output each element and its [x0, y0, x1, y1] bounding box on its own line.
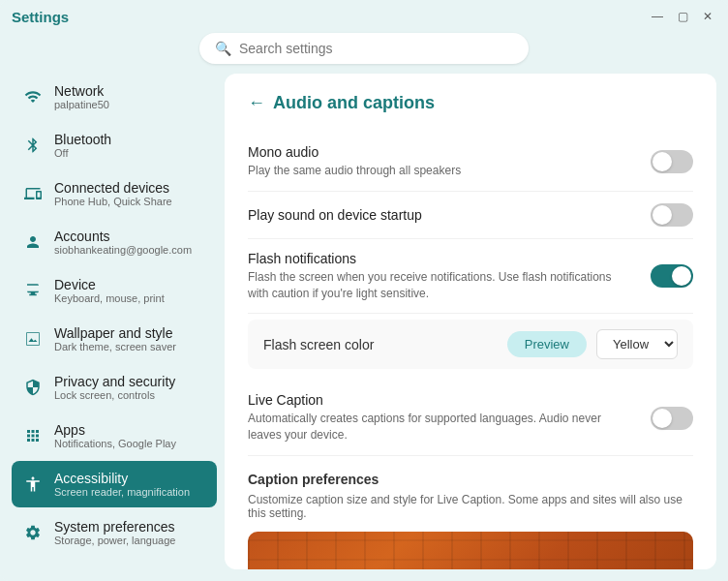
live-caption-row: Live Caption Automatically creates capti… [248, 381, 693, 456]
device-sub: Keyboard, mouse, print [54, 292, 165, 304]
mono-audio-desc: Play the same audio through all speakers [248, 163, 635, 179]
connected-devices-title: Connected devices [54, 180, 172, 196]
back-button[interactable]: ← [248, 93, 265, 113]
system-icon [23, 523, 43, 542]
content-header: ← Audio and captions [248, 93, 693, 113]
caption-prefs-title: Caption preferences [248, 472, 693, 487]
caption-prefs-desc: Customize caption size and style for Liv… [248, 493, 693, 520]
flash-notifications-desc: Flash the screen when you receive notifi… [248, 269, 635, 302]
apps-title: Apps [54, 422, 176, 438]
page-title: Audio and captions [273, 93, 435, 113]
toggle-knob [652, 205, 672, 225]
sidebar: Network palpatine50 Bluetooth Off [12, 74, 225, 569]
live-caption-name: Live Caption [248, 392, 635, 408]
devices-icon [23, 184, 43, 203]
caption-preferences-section: Caption preferences Customize caption si… [248, 472, 693, 569]
accounts-sub: siobhankeating@google.com [54, 244, 192, 256]
flash-color-label: Flash screen color [263, 337, 374, 352]
startup-sound-name: Play sound on device startup [248, 207, 635, 223]
app-title: Settings [12, 9, 69, 25]
color-select[interactable]: Yellow Red Blue White [596, 329, 678, 359]
system-sub: Storage, power, language [54, 535, 175, 546]
connected-devices-sub: Phone Hub, Quick Share [54, 196, 172, 207]
search-area: 🔍 [0, 33, 728, 74]
account-icon [23, 232, 43, 252]
close-button[interactable]: ✕ [699, 8, 716, 25]
caption-bg-image [248, 532, 693, 569]
toggle-knob [652, 152, 672, 171]
sidebar-item-bluetooth[interactable]: Bluetooth Off [12, 122, 217, 168]
maximize-button[interactable]: ▢ [674, 8, 691, 25]
wallpaper-icon [23, 329, 43, 349]
mono-audio-row: Mono audio Play the same audio through a… [248, 133, 693, 192]
flash-notifications-row: Flash notifications Flash the screen whe… [248, 239, 693, 315]
flash-color-row: Flash screen color Preview Yellow Red Bl… [248, 320, 693, 369]
sidebar-item-network[interactable]: Network palpatine50 [12, 74, 217, 120]
search-icon: 🔍 [215, 41, 231, 56]
toggle-knob [672, 266, 691, 286]
wallpaper-title: Wallpaper and style [54, 325, 176, 341]
minimize-button[interactable]: — [649, 8, 666, 25]
system-title: System preferences [54, 519, 175, 535]
flash-notifications-toggle[interactable] [651, 264, 693, 288]
network-title: Network [54, 83, 109, 99]
sidebar-item-system[interactable]: System preferences Storage, power, langu… [12, 509, 217, 556]
live-caption-desc: Automatically creates captions for suppo… [248, 411, 635, 443]
sidebar-item-privacy[interactable]: Privacy and security Lock screen, contro… [12, 364, 217, 411]
flash-notifications-name: Flash notifications [248, 251, 635, 266]
privacy-title: Privacy and security [54, 374, 175, 389]
accessibility-sub: Screen reader, magnification [54, 486, 190, 498]
bluetooth-icon [23, 136, 43, 155]
sidebar-item-apps[interactable]: Apps Notifications, Google Play [12, 413, 217, 459]
title-bar: Settings — ▢ ✕ [0, 0, 728, 33]
mono-audio-toggle[interactable] [651, 150, 693, 173]
privacy-icon [23, 378, 43, 397]
wifi-icon [23, 87, 43, 107]
apps-sub: Notifications, Google Play [54, 438, 176, 449]
window-controls: — ▢ ✕ [649, 8, 716, 25]
live-caption-toggle[interactable] [651, 407, 693, 430]
network-sub: palpatine50 [54, 99, 109, 110]
content-area: ← Audio and captions Mono audio Play the… [225, 74, 716, 569]
settings-window: Settings — ▢ ✕ 🔍 Network palpatine50 [0, 0, 728, 581]
preview-button[interactable]: Preview [507, 331, 587, 357]
startup-sound-toggle[interactable] [651, 203, 693, 227]
sidebar-item-accessibility[interactable]: Accessibility Screen reader, magnificati… [12, 461, 217, 507]
device-title: Device [54, 277, 165, 292]
main-content: Network palpatine50 Bluetooth Off [0, 74, 728, 581]
privacy-sub: Lock screen, controls [54, 389, 175, 401]
accessibility-icon [23, 474, 43, 494]
toggle-knob [652, 409, 672, 428]
sidebar-item-wallpaper[interactable]: Wallpaper and style Dark theme, screen s… [12, 316, 217, 362]
bluetooth-sub: Off [54, 147, 111, 159]
search-container: 🔍 [199, 33, 529, 64]
bluetooth-title: Bluetooth [54, 132, 111, 147]
caption-preview: The quick brown fox jumps over the lazy … [248, 532, 693, 569]
sidebar-item-accounts[interactable]: Accounts siobhankeating@google.com [12, 219, 217, 265]
sidebar-item-device[interactable]: Device Keyboard, mouse, print [12, 267, 217, 314]
wallpaper-sub: Dark theme, screen saver [54, 341, 176, 352]
search-input[interactable] [239, 41, 513, 56]
mono-audio-name: Mono audio [248, 144, 635, 160]
startup-sound-row: Play sound on device startup [248, 192, 693, 239]
device-icon [23, 281, 43, 300]
sidebar-item-connected-devices[interactable]: Connected devices Phone Hub, Quick Share [12, 170, 217, 217]
apps-icon [23, 426, 43, 445]
accessibility-title: Accessibility [54, 471, 190, 486]
accounts-title: Accounts [54, 229, 192, 244]
